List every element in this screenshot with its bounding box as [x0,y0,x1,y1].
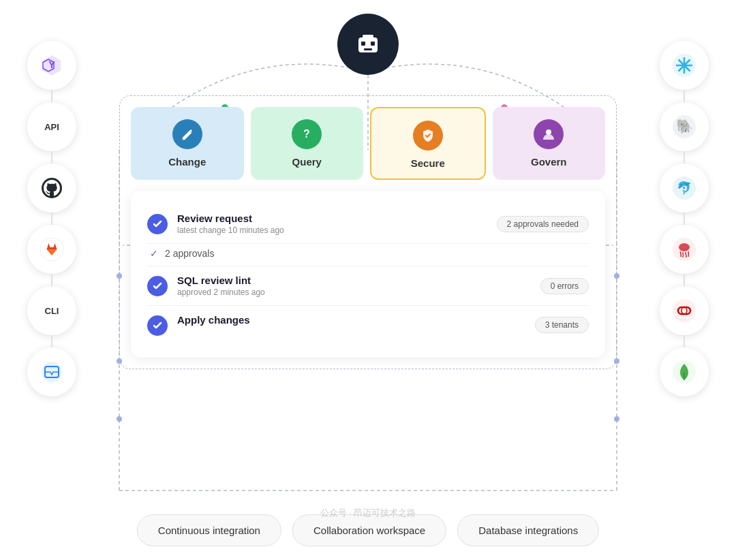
sidebar-item-mysql: 🐬 [660,164,709,213]
watermark: 公众号 · 昂迈可技术之路 [320,507,416,519]
tab-secure[interactable]: Secure [370,107,486,180]
change-icon-circle [172,119,202,149]
sidebar-item-redis [660,286,709,335]
check-icon-sql [147,276,168,296]
review-item-apply: Apply changes 3 tenants [147,306,589,344]
review-request-badge: 2 approvals needed [497,216,589,232]
pill-collab[interactable]: Collaboration workspace [292,514,446,546]
svg-rect-17 [363,35,373,39]
svg-text:🐬: 🐬 [677,181,692,196]
approvals-small-row: ✓ 2 approvals [147,244,589,266]
sidebar-item-snowflake [660,41,709,90]
sql-review-title: SQL review lint [177,275,531,286]
sql-review-content: SQL review lint approved 2 minutes ago [177,275,531,297]
pill-ci[interactable]: Continuous integration [137,514,281,546]
sql-review-subtitle: approved 2 minutes ago [177,287,531,297]
cli-label: CLI [45,306,59,316]
pill-db-int[interactable]: Database integrations [457,514,599,546]
svg-rect-19 [371,42,375,46]
change-label: Change [168,156,206,168]
query-label: Query [292,156,322,168]
svg-point-15 [117,416,122,422]
approvals-check-icon: ✓ [150,248,158,259]
dashed-outer-container: Change ? Query [119,95,617,369]
sidebar-item-postgres: 🐘 [660,102,709,151]
central-area: Change ? Query [119,95,617,369]
check-icon-request [147,214,168,234]
center-logo [337,14,399,75]
review-panel: Review request latest change 10 minutes … [131,191,605,358]
svg-text:Y: Y [48,59,55,70]
sidebar-item-github [27,164,76,213]
govern-label: Govern [531,156,567,168]
review-request-content: Review request latest change 10 minutes … [177,213,487,235]
svg-point-33 [682,63,686,67]
apply-changes-title: Apply changes [177,314,525,326]
sidebar-item-bitbucket [27,347,76,396]
sidebar-item-mongodb [660,347,709,396]
sql-review-badge: 0 errors [540,278,589,294]
tab-row: Change ? Query [131,107,605,180]
secure-icon-circle [413,121,443,151]
left-sidebar: Y API CLI [27,41,76,396]
sidebar-item-gitlab [27,225,76,274]
sidebar-item-terraform: Y [27,41,76,90]
review-request-subtitle: latest change 10 minutes ago [177,225,487,235]
svg-point-46 [546,129,551,135]
svg-point-39 [679,243,690,251]
svg-rect-20 [364,48,372,50]
right-sidebar: 🐘 🐬 [660,41,709,396]
apply-changes-badge: 3 tenants [535,317,589,333]
svg-point-40 [673,299,696,322]
svg-rect-18 [361,42,365,46]
svg-text:?: ? [303,128,310,140]
sidebar-item-api: API [27,102,76,151]
bottom-pills: Continuous integration Collaboration wor… [137,514,599,546]
secure-label: Secure [411,157,445,169]
review-item-sql: SQL review lint approved 2 minutes ago 0… [147,266,589,306]
tab-query[interactable]: ? Query [251,107,364,180]
query-icon-circle: ? [292,119,322,149]
review-request-title: Review request [177,213,487,224]
review-item-request: Review request latest change 10 minutes … [147,204,589,244]
api-label: API [44,122,59,132]
tab-change[interactable]: Change [131,107,244,180]
sidebar-item-cli: CLI [27,286,76,335]
approvals-label: 2 approvals [165,248,214,259]
apply-changes-content: Apply changes [177,314,525,326]
svg-text:🐘: 🐘 [676,118,693,134]
tab-govern[interactable]: Govern [493,107,606,180]
main-container: Y API CLI [0,0,736,560]
check-icon-apply [147,315,168,336]
govern-icon-circle [534,119,564,149]
sidebar-item-redgate [660,225,709,274]
svg-point-12 [614,416,619,422]
